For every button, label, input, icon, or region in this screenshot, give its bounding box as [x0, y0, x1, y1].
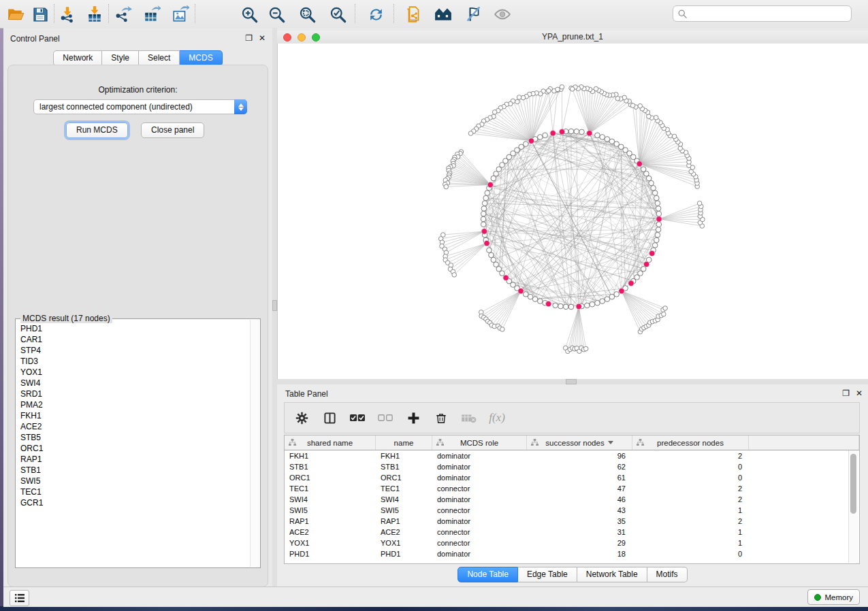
tab-style[interactable]: Style: [102, 50, 139, 66]
window-maximize-icon[interactable]: [312, 33, 320, 42]
zoom-fit-icon[interactable]: [297, 4, 317, 24]
table-row[interactable]: FKH1FKH1dominator962: [285, 450, 859, 461]
mcds-result-item[interactable]: STB5: [16, 432, 251, 443]
mcds-result-item[interactable]: FKH1: [16, 410, 251, 421]
refresh-view-icon[interactable]: [366, 4, 386, 24]
table-row[interactable]: SWI4SWI4dominator462: [285, 494, 859, 505]
zoom-out-icon[interactable]: [266, 4, 287, 24]
mcds-result-item[interactable]: SRD1: [16, 389, 251, 399]
mcds-result-group: MCDS result (17 nodes) PHD1CAR1STP4TID3Y…: [15, 318, 261, 568]
table-row[interactable]: ACE2ACE2connector311: [285, 527, 859, 538]
cell-name: ORC1: [376, 472, 432, 483]
horizontal-splitter[interactable]: [277, 379, 868, 384]
window-close-icon[interactable]: [283, 33, 291, 42]
tab-mcds[interactable]: MCDS: [180, 50, 222, 66]
network-window-titlebar[interactable]: YPA_prune.txt_1: [277, 31, 868, 44]
mcds-result-list[interactable]: PHD1CAR1STP4TID3YOX1SWI4SRD1PMA2FKH1ACE2…: [16, 323, 251, 567]
cell-predecessor-nodes: 2: [632, 450, 749, 461]
tab-network[interactable]: Network: [53, 50, 102, 66]
mcds-result-item[interactable]: ACE2: [16, 421, 251, 432]
mcds-result-item[interactable]: TEC1: [16, 486, 251, 497]
column-header-mcds-role[interactable]: MCDS role: [432, 435, 527, 450]
table-row[interactable]: SWI5SWI5connector431: [285, 505, 859, 516]
table-row[interactable]: YOX1YOX1connector291: [285, 538, 859, 548]
tab-node-table[interactable]: Node Table: [457, 567, 518, 582]
column-header-name[interactable]: name: [376, 435, 432, 450]
network-view[interactable]: [277, 44, 868, 379]
tab-network-table[interactable]: Network Table: [577, 567, 647, 582]
cell-name: STB1: [376, 461, 432, 472]
search-input[interactable]: [690, 8, 851, 19]
import-network-icon[interactable]: [57, 4, 78, 24]
table-row[interactable]: PHD1PHD1dominator180: [285, 548, 859, 559]
cell-name: ACE2: [376, 527, 432, 538]
table-row[interactable]: ORC1ORC1dominator610: [285, 472, 859, 483]
column-header-successor-nodes[interactable]: successor nodes: [527, 435, 632, 450]
mcds-result-item[interactable]: SWI4: [16, 378, 251, 389]
control-panel: Control Panel ❐ ✕ NetworkStyleSelectMCDS…: [3, 28, 272, 587]
table-tabs: Node TableEdge TableNetwork TableMotifs: [277, 567, 868, 582]
delete-column-icon[interactable]: [433, 410, 449, 426]
table-scrollbar[interactable]: [848, 450, 858, 563]
show-columns-icon[interactable]: [321, 410, 338, 426]
new-network-from-selection-icon[interactable]: [403, 4, 423, 24]
zoom-in-icon[interactable]: [239, 4, 259, 24]
hide-selected-icon[interactable]: [463, 4, 483, 24]
mcds-result-item[interactable]: SWI5: [16, 476, 251, 486]
import-table-icon[interactable]: [84, 4, 105, 24]
mcds-result-item[interactable]: GCR1: [16, 497, 251, 508]
export-image-icon[interactable]: [170, 4, 191, 24]
vertical-splitter[interactable]: [272, 28, 277, 587]
deselect-all-icon[interactable]: [377, 410, 393, 426]
table-row[interactable]: STB1STB1dominator620: [285, 461, 859, 472]
mcds-result-item[interactable]: YOX1: [16, 367, 251, 378]
table-row[interactable]: RAP1RAP1dominator352: [285, 516, 859, 527]
settings-icon[interactable]: [293, 410, 310, 426]
close-panel-icon[interactable]: ✕: [259, 33, 266, 43]
splitter-grip[interactable]: [566, 379, 577, 384]
mcds-result-item[interactable]: CAR1: [16, 334, 251, 345]
toolbar-separator: [108, 4, 109, 23]
mcds-result-item[interactable]: ORC1: [16, 443, 251, 454]
mcds-result-item[interactable]: STP4: [16, 345, 251, 356]
export-table-icon[interactable]: [142, 4, 162, 24]
select-all-icon[interactable]: [349, 410, 366, 426]
window-minimize-icon[interactable]: [298, 33, 306, 42]
splitter-grip[interactable]: [272, 300, 277, 311]
tab-motifs[interactable]: Motifs: [647, 567, 688, 582]
mcds-result-item[interactable]: TID3: [16, 356, 251, 367]
add-column-icon[interactable]: [405, 410, 421, 426]
node-table[interactable]: shared namenameMCDS rolesuccessor nodesp…: [284, 435, 860, 564]
optimization-criterion-dropdown[interactable]: largest connected component (undirected): [33, 99, 247, 114]
toolbar-search-box[interactable]: [673, 5, 852, 22]
column-header-predecessor-nodes[interactable]: predecessor nodes: [632, 435, 749, 450]
tab-edge-table[interactable]: Edge Table: [518, 567, 577, 582]
mcds-result-item[interactable]: RAP1: [16, 454, 251, 465]
zoom-selected-icon[interactable]: [327, 4, 348, 24]
float-panel-icon[interactable]: ❐: [842, 389, 850, 398]
save-session-icon[interactable]: [30, 4, 50, 24]
mcds-list-scrollbar[interactable]: [250, 320, 259, 567]
export-network-icon[interactable]: [113, 4, 133, 24]
run-mcds-button[interactable]: Run MCDS: [66, 122, 128, 138]
open-file-icon[interactable]: [5, 4, 26, 24]
scrollbar-thumb[interactable]: [850, 454, 856, 514]
mcds-result-item[interactable]: PHD1: [16, 323, 251, 334]
table-row[interactable]: TEC1TEC1connector472: [285, 483, 859, 494]
memory-status-icon: [814, 594, 821, 601]
cell-predecessor-nodes: 2: [632, 483, 749, 494]
cell-predecessor-nodes: 0: [632, 548, 749, 559]
memory-label: Memory: [824, 593, 853, 601]
memory-button[interactable]: Memory: [807, 589, 860, 605]
close-panel-icon[interactable]: ✕: [856, 389, 863, 398]
show-panel-list-button[interactable]: [10, 590, 29, 606]
mcds-result-item[interactable]: PMA2: [16, 399, 251, 410]
cell-successor-nodes: 18: [527, 548, 632, 559]
column-header-shared-name[interactable]: shared name: [285, 435, 376, 450]
float-panel-icon[interactable]: ❐: [245, 33, 253, 43]
first-neighbors-icon[interactable]: [433, 4, 453, 24]
tab-select[interactable]: Select: [139, 50, 180, 66]
close-panel-button[interactable]: Close panel: [141, 122, 204, 138]
mcds-result-item[interactable]: STB1: [16, 465, 251, 476]
table-panel: Table Panel ❐ ✕: [277, 384, 868, 587]
